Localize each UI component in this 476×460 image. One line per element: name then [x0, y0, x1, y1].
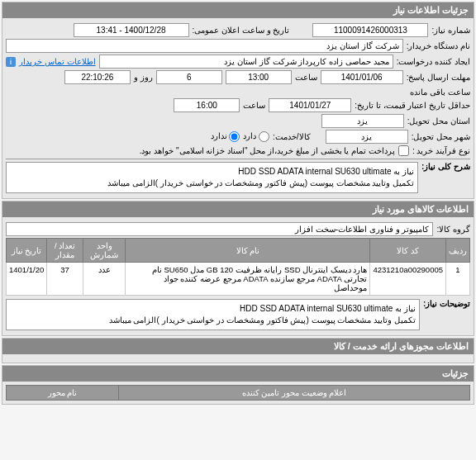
- buyer-org-value: شرکت گاز استان یزد: [6, 39, 403, 53]
- deadline-days: 6: [156, 70, 222, 84]
- col-qty: تعداد / مقدار: [47, 239, 83, 263]
- need-body-text: تکمیل وتایید مشخصات پیوست (پیش فاکتور وم…: [107, 178, 414, 187]
- cell-date: 1401/1/20: [7, 263, 47, 296]
- deadline-remain: 22:10:26: [64, 70, 131, 84]
- credit-date: 1401/01/27: [269, 98, 351, 112]
- permits-panel: اطلاعات مجوزهای ارائه خدمت / کالا: [2, 338, 474, 363]
- goods-group-value: کامپیوتر و فناوری اطلاعات-سخت افزار: [6, 222, 433, 236]
- deadline-date: 1401/01/06: [321, 70, 403, 84]
- need-desc-label: شرح کلی نیاز:: [421, 162, 470, 171]
- creator-value: مجید حماصی زاده کارپرداز شرکت گاز استان …: [99, 55, 393, 69]
- related-yes-radio[interactable]: [259, 131, 269, 142]
- day-and-label: روز و: [134, 73, 153, 82]
- items-header: اطلاعات کالاهای مورد نیاز: [2, 202, 474, 217]
- more-need-to: نیاز به: [395, 304, 416, 313]
- credit-time: 16:00: [174, 98, 240, 112]
- cell-code: 4231210a00290005: [370, 263, 446, 296]
- col-date: تاریخ نیاز: [7, 239, 47, 263]
- city-value: یزد: [326, 130, 408, 144]
- permit-status-col: اعلام وضعیت محور تامین کننده: [118, 386, 469, 401]
- province-label: استان محل تحویل:: [407, 116, 470, 126]
- remaining-label: ساعت باقی مانده: [410, 88, 470, 97]
- deadline-label: مهلت ارسال پاسخ:: [407, 73, 470, 82]
- permits-header: اطلاعات مجوزهای ارائه خدمت / کالا: [2, 339, 474, 354]
- items-panel: اطلاعات کالاهای مورد نیاز گروه کالا: کام…: [2, 201, 474, 336]
- need-no-value: 1100091426000313: [312, 23, 428, 37]
- details-header: جزئیات: [2, 366, 474, 382]
- more-title: HDD SSD ADATA internal SU630 ultimate: [240, 304, 393, 313]
- table-header-row: ردیف کد کالا نام کالا واحد شمارش تعداد /…: [7, 239, 470, 263]
- related-no-radio[interactable]: [229, 131, 240, 142]
- purchase-note: پرداخت تمام یا بخشی از مبلغ خرید،از محل …: [140, 146, 395, 155]
- goods-group-label: گروه کالا:: [436, 225, 470, 234]
- creator-label: ایجاد کننده درخواست:: [397, 57, 470, 66]
- col-name: نام کالا: [126, 239, 370, 263]
- pub-dt-value: 1400/12/28 - 13:41: [74, 23, 189, 37]
- permit-name-col: نام محور: [7, 386, 119, 401]
- cell-name: هارد دیسک اینترنال SSD رایانه ظرفیت GB 1…: [126, 263, 370, 296]
- more-desc-box: نیاز به HDD SSD ADATA internal SU630 ult…: [6, 299, 420, 330]
- permits-table: اعلام وضعیت محور تامین کننده نام محور: [6, 385, 470, 401]
- time-label-2: ساعت: [243, 101, 265, 110]
- purchase-type-checkbox[interactable]: [398, 145, 409, 156]
- contact-link[interactable]: اطلاعات تماس خریدار: [19, 57, 96, 66]
- need-title-text: HDD SSD ADATA internal SU630 ultimate: [238, 167, 391, 176]
- buyer-org-label: نام دستگاه خریدار:: [407, 41, 470, 50]
- purchase-type-label: نوع فرآیند خرید :: [412, 146, 470, 155]
- more-desc-label: توضیحات نیاز:: [423, 299, 470, 308]
- col-unit: واحد شمارش: [83, 239, 126, 263]
- related-label: کالا/خدمت:: [273, 132, 311, 141]
- info-icon: i: [6, 57, 16, 67]
- time-label-1: ساعت: [295, 73, 317, 82]
- more-body: تکمیل وتایید مشخصات پیوست (پیش فاکتور وم…: [109, 315, 416, 325]
- pub-dt-label: تاریخ و ساعت اعلان عمومی:: [193, 26, 290, 35]
- main-header: جزئیات اطلاعات نیاز: [2, 2, 474, 18]
- need-no-label: شماره نیاز:: [431, 26, 470, 35]
- need-to-text: نیاز به: [393, 167, 414, 176]
- related-no-option[interactable]: ندارد: [211, 131, 240, 142]
- items-table: ردیف کد کالا نام کالا واحد شمارش تعداد /…: [6, 238, 470, 296]
- need-details-panel: جزئیات اطلاعات نیاز شماره نیاز: 11000914…: [2, 2, 474, 199]
- deadline-time: 13:00: [226, 70, 292, 84]
- credit-label: حداقل تاریخ اعتبار قیمت، تا تاریخ:: [355, 101, 470, 110]
- province-value: یزد: [321, 114, 404, 128]
- col-code: کد کالا: [370, 239, 446, 263]
- need-desc-box: نیاز به HDD SSD ADATA internal SU630 ult…: [6, 162, 418, 193]
- cell-idx: 1: [446, 263, 470, 296]
- col-row: ردیف: [446, 239, 470, 263]
- city-label: شهر محل تحویل:: [412, 132, 470, 141]
- cell-qty: 37: [47, 263, 83, 296]
- cell-unit: عدد: [83, 263, 126, 296]
- related-yes-option[interactable]: دارد: [243, 131, 269, 142]
- details-panel: جزئیات اعلام وضعیت محور تامین کننده نام …: [2, 365, 474, 405]
- table-row: 1 4231210a00290005 هارد دیسک اینترنال SS…: [7, 263, 470, 296]
